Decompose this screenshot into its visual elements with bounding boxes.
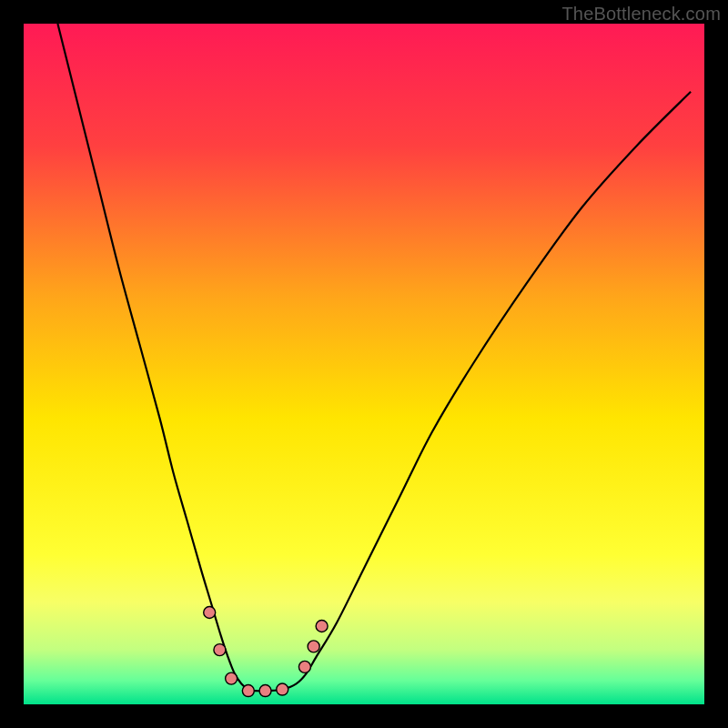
gradient-background: [24, 24, 704, 704]
curve-marker: [242, 685, 254, 697]
curve-marker: [298, 661, 310, 672]
curve-marker: [204, 607, 216, 619]
curve-marker: [226, 672, 238, 684]
curve-marker: [308, 641, 319, 652]
curve-marker: [214, 644, 226, 656]
curve-marker: [316, 620, 328, 632]
curve-marker: [277, 683, 288, 695]
chart-canvas: [24, 24, 704, 704]
chart-frame: [24, 24, 704, 704]
curve-marker: [259, 685, 271, 697]
watermark-text: TheBottleneck.com: [561, 4, 721, 25]
